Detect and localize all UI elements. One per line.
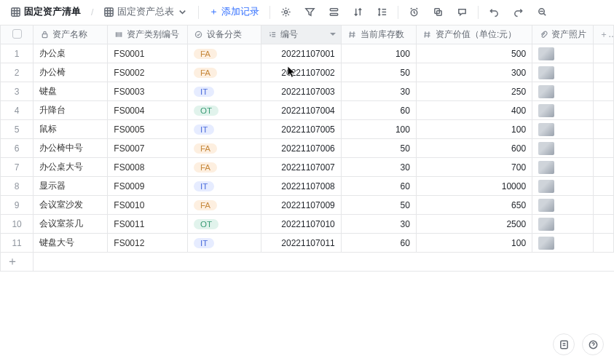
cell-value[interactable]: 100 <box>416 120 532 139</box>
table-row[interactable]: 1办公桌FS0001FA20221107001100500 <box>1 44 614 63</box>
cell-stock[interactable]: 50 <box>341 63 416 82</box>
cell-name[interactable]: 会议室沙发 <box>34 196 108 215</box>
cell-photo[interactable] <box>532 101 594 120</box>
table-row[interactable]: 7办公桌大号FS0008FA2022110700730700 <box>1 158 614 177</box>
cell-stock[interactable]: 30 <box>341 82 416 101</box>
table-row[interactable]: 2办公椅FS0002FA2022110700250300 <box>1 63 614 82</box>
cell-value[interactable]: 300 <box>416 63 532 82</box>
cell-stock[interactable]: 60 <box>341 177 416 196</box>
cell-type[interactable]: FA <box>187 196 261 215</box>
cell-value[interactable]: 500 <box>416 44 532 63</box>
cell-name[interactable]: 办公桌 <box>34 44 108 63</box>
cell-cat[interactable]: FS0010 <box>108 196 188 215</box>
cell-cat[interactable]: FS0009 <box>108 177 188 196</box>
cell-name[interactable]: 办公椅中号 <box>34 139 108 158</box>
cell-photo[interactable] <box>532 120 594 139</box>
cell-cat[interactable]: FS0007 <box>108 139 188 158</box>
header-name[interactable]: 资产名称 <box>34 25 108 44</box>
add-row[interactable]: ＋ <box>1 253 614 272</box>
settings-button[interactable] <box>276 4 296 20</box>
row-height-button[interactable] <box>372 4 392 20</box>
cell-code[interactable]: 20221107007 <box>261 158 342 177</box>
cell-name[interactable]: 办公桌大号 <box>34 158 108 177</box>
cell-code[interactable]: 20221107004 <box>261 101 342 120</box>
cell-photo[interactable] <box>532 158 594 177</box>
cell-photo[interactable] <box>532 234 594 253</box>
table-row[interactable]: 9会议室沙发FS0010FA2022110700950650 <box>1 196 614 215</box>
cell-name[interactable]: 显示器 <box>34 177 108 196</box>
cell-code[interactable]: 20221107005 <box>261 120 342 139</box>
cell-name[interactable]: 会议室茶几 <box>34 215 108 234</box>
view-title-button[interactable]: 固定资产总表 <box>99 3 192 21</box>
cell-value[interactable]: 400 <box>416 101 532 120</box>
cell-cat[interactable]: FS0011 <box>108 215 188 234</box>
header-stock[interactable]: 当前库存数 <box>341 25 416 44</box>
cell-photo[interactable] <box>532 196 594 215</box>
header-photo[interactable]: 资产照片 <box>532 25 594 44</box>
cell-cat[interactable]: FS0002 <box>108 63 188 82</box>
cell-type[interactable]: IT <box>187 234 261 253</box>
cell-cat[interactable]: FS0003 <box>108 82 188 101</box>
cell-cat[interactable]: FS0004 <box>108 101 188 120</box>
cell-stock[interactable]: 60 <box>341 101 416 120</box>
cell-cat[interactable]: FS0012 <box>108 234 188 253</box>
header-code[interactable]: 编号 <box>261 25 342 44</box>
sort-button[interactable] <box>348 4 368 20</box>
header-add-column[interactable]: ＋ <box>593 25 613 44</box>
filter-button[interactable] <box>300 4 320 20</box>
cell-code[interactable]: 20221107001 <box>261 44 342 63</box>
list-title-button[interactable]: 固定资产清单 <box>6 3 85 21</box>
table-row[interactable]: 5鼠标FS0005IT20221107005100100 <box>1 120 614 139</box>
add-record-button[interactable]: ＋ 添加记录 <box>205 3 264 21</box>
cell-cat[interactable]: FS0001 <box>108 44 188 63</box>
cell-code[interactable]: 20221107010 <box>261 215 342 234</box>
cell-stock[interactable]: 30 <box>341 215 416 234</box>
cell-stock[interactable]: 100 <box>341 120 416 139</box>
cell-code[interactable]: 20221107011 <box>261 234 342 253</box>
cell-name[interactable]: 键盘 <box>34 82 108 101</box>
cell-value[interactable]: 600 <box>416 139 532 158</box>
table-row[interactable]: 6办公椅中号FS0007FA2022110700650600 <box>1 139 614 158</box>
header-value[interactable]: 资产价值（单位:元） <box>416 25 532 44</box>
cell-code[interactable]: 20221107009 <box>261 196 342 215</box>
cell-type[interactable]: IT <box>187 120 261 139</box>
cell-photo[interactable] <box>532 139 594 158</box>
search-button[interactable] <box>532 4 552 20</box>
cell-cat[interactable]: FS0005 <box>108 120 188 139</box>
cell-stock[interactable]: 50 <box>341 196 416 215</box>
table-row[interactable]: 3键盘FS0003IT2022110700330250 <box>1 82 614 101</box>
help-fab[interactable] <box>553 333 575 355</box>
cell-value[interactable]: 100 <box>416 234 532 253</box>
cell-type[interactable]: FA <box>187 158 261 177</box>
cell-photo[interactable] <box>532 44 594 63</box>
table-row[interactable]: 4升降台FS0004OT2022110700460400 <box>1 101 614 120</box>
cell-type[interactable]: IT <box>187 82 261 101</box>
header-type[interactable]: 设备分类 <box>187 25 261 44</box>
add-row-plus[interactable]: ＋ <box>1 253 34 272</box>
cell-stock[interactable]: 30 <box>341 158 416 177</box>
redo-button[interactable] <box>508 4 528 20</box>
table-row[interactable]: 8显示器FS0009IT202211070086010000 <box>1 177 614 196</box>
table-row[interactable]: 11键盘大号FS0012IT2022110701160100 <box>1 234 614 253</box>
cell-value[interactable]: 250 <box>416 82 532 101</box>
cell-type[interactable]: FA <box>187 44 261 63</box>
cell-type[interactable]: FA <box>187 139 261 158</box>
cell-code[interactable]: 20221107002 <box>261 63 342 82</box>
table-row[interactable]: 10会议室茶几FS0011OT20221107010302500 <box>1 215 614 234</box>
cell-type[interactable]: FA <box>187 63 261 82</box>
feedback-fab[interactable] <box>582 333 604 355</box>
cell-value[interactable]: 10000 <box>416 177 532 196</box>
cell-value[interactable]: 2500 <box>416 215 532 234</box>
cell-value[interactable]: 650 <box>416 196 532 215</box>
header-cat[interactable]: 资产类别编号 <box>108 25 188 44</box>
cell-photo[interactable] <box>532 177 594 196</box>
group-button[interactable] <box>324 4 344 20</box>
comment-button[interactable] <box>452 4 472 20</box>
reminder-button[interactable] <box>404 4 424 20</box>
cell-type[interactable]: OT <box>187 101 261 120</box>
cell-name[interactable]: 办公椅 <box>34 63 108 82</box>
cell-name[interactable]: 鼠标 <box>34 120 108 139</box>
cell-name[interactable]: 升降台 <box>34 101 108 120</box>
cell-stock[interactable]: 100 <box>341 44 416 63</box>
cell-type[interactable]: OT <box>187 215 261 234</box>
